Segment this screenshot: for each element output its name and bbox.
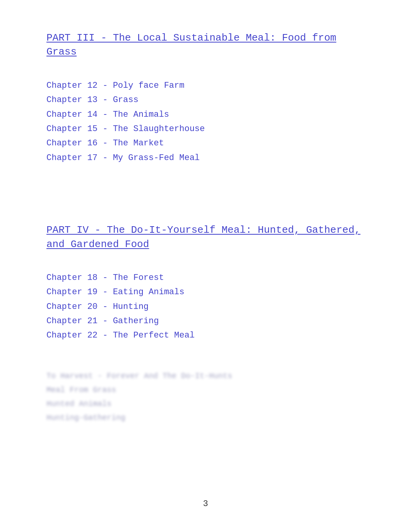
part-iii-section: PART III - The Local Sustainable Meal: F… bbox=[46, 31, 365, 165]
part-iv-chapter-list: Chapter 18 - The Forest Chapter 19 - Eat… bbox=[46, 271, 365, 343]
list-item: Chapter 15 - The Slaughterhouse bbox=[46, 122, 365, 136]
list-item: Chapter 17 - My Grass-Fed Meal bbox=[46, 151, 365, 165]
list-item: Chapter 12 - Poly face Farm bbox=[46, 78, 365, 93]
list-item: Chapter 19 - Eating Animals bbox=[46, 285, 365, 299]
list-item: Chapter 18 - The Forest bbox=[46, 271, 365, 285]
blurred-line: Hunting-Gathering bbox=[46, 412, 365, 424]
list-item: Chapter 22 - The Perfect Meal bbox=[46, 328, 365, 343]
list-item: Chapter 21 - Gathering bbox=[46, 314, 365, 328]
part-iv-section: PART IV - The Do-It-Yourself Meal: Hunte… bbox=[46, 223, 365, 343]
page-number: 3 bbox=[203, 499, 208, 509]
blurred-section: To Harvest - Forever And The Do-It-Hunts… bbox=[46, 370, 365, 424]
list-item: Chapter 20 - Hunting bbox=[46, 300, 365, 314]
part-iii-title: PART III - The Local Sustainable Meal: F… bbox=[46, 31, 365, 59]
list-item: Chapter 16 - The Market bbox=[46, 136, 365, 150]
blurred-line: Hunted Animals bbox=[46, 398, 365, 410]
blurred-line: To Harvest - Forever And The Do-It-Hunts bbox=[46, 370, 365, 382]
page-container: PART III - The Local Sustainable Meal: F… bbox=[0, 0, 411, 532]
list-item: Chapter 14 - The Animals bbox=[46, 107, 365, 122]
part-iv-title: PART IV - The Do-It-Yourself Meal: Hunte… bbox=[46, 223, 365, 251]
list-item: Chapter 13 - Grass bbox=[46, 93, 365, 107]
blurred-line: Meal From Grass bbox=[46, 384, 365, 396]
part-iii-chapter-list: Chapter 12 - Poly face Farm Chapter 13 -… bbox=[46, 78, 365, 165]
